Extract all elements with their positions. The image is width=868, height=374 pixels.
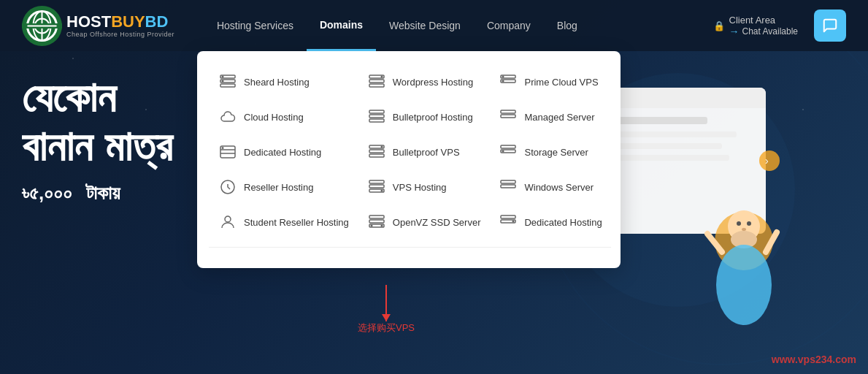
annotation-text: 选择购买VPS [358, 321, 415, 335]
dedicated-hosting2-label: Dedicated Hosting [524, 217, 602, 228]
logo-tagline: Cheap Offshore Hosting Provider [66, 31, 174, 38]
svg-rect-22 [369, 115, 384, 118]
svg-rect-21 [369, 110, 384, 113]
svg-rect-15 [369, 84, 384, 87]
logo-host: HOST [66, 12, 111, 31]
dedicated-hosting-label: Dedicated Hosting [244, 147, 321, 158]
svg-point-72 [747, 221, 751, 226]
svg-rect-38 [369, 180, 384, 183]
logo-text: HOSTBUYBD [66, 13, 174, 31]
openvz-ssd-label: OpenVZ SSD Server [393, 217, 481, 228]
dedicated-hosting2-icon [498, 212, 518, 232]
dedicated-hosting-icon [218, 142, 238, 162]
nav-item-company[interactable]: Company [474, 0, 544, 51]
wordpress-hosting-label: Wordpress Hosting [393, 77, 473, 88]
svg-text:›: › [765, 155, 769, 167]
svg-rect-34 [501, 145, 515, 148]
logo-icon [22, 6, 62, 46]
svg-point-49 [381, 225, 383, 226]
wordpress-hosting-icon [366, 72, 387, 92]
annotation: 选择购买VPS [358, 285, 415, 335]
svg-point-16 [381, 76, 383, 77]
svg-point-76 [716, 245, 772, 325]
student-reseller-icon [218, 212, 238, 232]
student-reseller-label: Student Reseller Hosting [244, 217, 349, 228]
bulletproof-vps-icon [366, 142, 387, 162]
svg-point-20 [503, 80, 504, 82]
nav-item-blog[interactable]: Blog [544, 0, 591, 51]
svg-point-41 [381, 190, 383, 191]
client-chat-area: Client Area → Chat Available [729, 15, 799, 37]
dropdown-item-student-reseller[interactable]: Student Reseller Hosting [209, 206, 358, 238]
hero-content: যেকোন বানান মাত্র ৳৫,০০০ টাকায় [22, 73, 172, 205]
svg-rect-50 [501, 215, 515, 218]
windows-server-icon [498, 177, 518, 197]
prime-cloud-vps-icon [498, 72, 518, 92]
dropdown-item-dedicated-hosting2[interactable]: Dedicated Hosting [489, 206, 610, 238]
storage-server-label: Storage Server [524, 147, 588, 158]
chat-arrow-icon: → [729, 26, 740, 37]
reseller-hosting-label: Reseller Hosting [244, 182, 313, 193]
dropdown-item-cloud-hosting[interactable]: Cloud Hosting [209, 101, 358, 133]
nav-item-domains[interactable]: Domains [307, 0, 376, 51]
navbar: HOSTBUYBD Cheap Offshore Hosting Provide… [0, 0, 868, 51]
dropdown-item-bulletproof-vps[interactable]: Bulletproof VPS [358, 136, 490, 168]
openvz-ssd-icon [366, 212, 387, 232]
nav-right: 🔒 Client Area → Chat Available [706, 9, 847, 42]
dropdown-item-storage-server[interactable]: Storage Server [489, 136, 610, 168]
dropdown-item-reseller-hosting[interactable]: Reseller Hosting [209, 171, 358, 203]
shared-hosting-label: Sheard Hosting [244, 77, 310, 88]
dropdown-item-dedicated-hosting[interactable]: Dedicated Hosting [209, 136, 358, 168]
dropdown-item-openvz-ssd[interactable]: OpenVZ SSD Server [358, 206, 490, 238]
bulletproof-vps-label: Bulletproof VPS [393, 147, 460, 158]
svg-rect-43 [501, 185, 515, 188]
hero-price: ৳৫,০০০ টাকায় [22, 182, 172, 205]
dropdown-item-prime-cloud-vps[interactable]: Prime Cloud VPS [489, 66, 610, 98]
dropdown-item-vps-hosting[interactable]: VPS Hosting [358, 171, 490, 203]
svg-point-36 [503, 150, 504, 152]
hero-price-suffix: টাকায় [86, 182, 120, 204]
svg-point-48 [371, 225, 372, 226]
vps-hosting-label: VPS Hosting [393, 182, 447, 193]
dropdown-item-windows-server[interactable]: Windows Server [489, 171, 610, 203]
nav-item-hosting-services[interactable]: Hosting Services [204, 0, 307, 51]
managed-server-icon [498, 107, 518, 127]
shared-hosting-icon [218, 72, 238, 92]
annotation-arrow [385, 285, 387, 321]
windows-server-label: Windows Server [524, 182, 594, 193]
bulletproof-hosting-label: Bulletproof Hosting [393, 112, 473, 123]
logo-text-wrap: HOSTBUYBD Cheap Offshore Hosting Provide… [66, 13, 174, 38]
reseller-hosting-icon [218, 177, 238, 197]
cloud-hosting-label: Cloud Hosting [244, 112, 304, 123]
prime-cloud-vps-label: Prime Cloud VPS [524, 77, 598, 88]
chat-available-label: → Chat Available [729, 26, 799, 37]
hero-headline: যেকোন বানান মাত্র [22, 73, 172, 170]
svg-rect-31 [369, 150, 384, 153]
dropdown-item-managed-server[interactable]: Managed Server [489, 101, 610, 133]
logo[interactable]: HOSTBUYBD Cheap Offshore Hosting Provide… [22, 6, 174, 46]
nav-item-website-design[interactable]: Website Design [376, 0, 474, 51]
svg-rect-23 [369, 119, 384, 122]
svg-rect-46 [369, 220, 384, 223]
client-area-button[interactable]: 🔒 Client Area → Chat Available [706, 10, 806, 42]
logo-bd: BD [145, 12, 169, 31]
svg-point-12 [222, 80, 223, 82]
svg-point-71 [737, 221, 741, 226]
svg-point-44 [225, 216, 231, 222]
lock-icon: 🔒 [713, 20, 725, 31]
svg-point-73 [742, 228, 746, 231]
dropdown-divider [209, 247, 611, 248]
chat-icon [822, 18, 838, 34]
svg-point-11 [222, 76, 223, 77]
managed-server-label: Managed Server [524, 112, 594, 123]
svg-rect-42 [501, 180, 515, 183]
vps-hosting-icon [366, 177, 387, 197]
dropdown-item-shared-hosting[interactable]: Sheard Hosting [209, 66, 358, 98]
chat-button[interactable] [814, 9, 846, 42]
svg-point-66 [759, 150, 780, 171]
svg-point-29 [222, 148, 223, 149]
svg-rect-25 [501, 115, 515, 118]
dropdown-item-bulletproof-hosting[interactable]: Bulletproof Hosting [358, 101, 490, 133]
dropdown-item-wordpress-hosting[interactable]: Wordpress Hosting [358, 66, 490, 98]
client-area-label: Client Area [729, 15, 776, 26]
